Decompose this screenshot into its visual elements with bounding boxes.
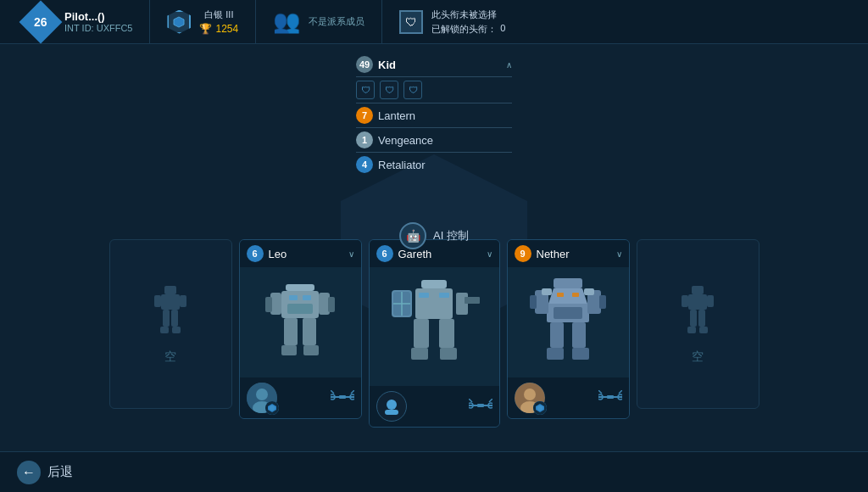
- chevron-up-kid: ∧: [506, 60, 512, 70]
- svg-line-32: [331, 390, 334, 394]
- svg-line-55: [469, 399, 472, 402]
- player-item-lantern[interactable]: 7 Lantern: [349, 103, 519, 127]
- leo-chevron: ∨: [348, 249, 354, 259]
- nether-chevron: ∨: [616, 249, 622, 259]
- leo-name: Leo: [269, 248, 343, 260]
- svg-rect-72: [584, 288, 594, 295]
- svg-rect-71: [542, 288, 552, 295]
- player-name-lantern: Lantern: [378, 109, 512, 122]
- kid-icon-1: 🛡: [356, 81, 375, 99]
- empty-card-left: 空: [109, 239, 232, 409]
- leo-badge: 6: [247, 245, 264, 262]
- leo-img-area: [240, 267, 361, 377]
- shield-unlocked-row: 已解锁的头衔： 0: [431, 23, 505, 36]
- nether-robot-svg: [521, 271, 615, 373]
- leo-drone-icon: [331, 389, 354, 408]
- svg-marker-58: [548, 288, 587, 304]
- svg-rect-91: [687, 327, 696, 333]
- svg-rect-1: [164, 286, 176, 294]
- robot-card-gareth[interactable]: 6 Gareth ∨: [369, 239, 500, 428]
- player-name-retaliator: Retaliator: [378, 159, 512, 171]
- gareth-robot-svg: [383, 271, 485, 382]
- leo-footer: 10: [240, 377, 361, 418]
- svg-rect-78: [607, 395, 614, 399]
- svg-rect-89: [690, 310, 697, 327]
- shield-icon: 🛡: [399, 10, 423, 34]
- svg-rect-13: [284, 318, 298, 345]
- nether-drone-icon: [598, 389, 622, 408]
- ai-label: AI 控制: [433, 228, 469, 243]
- leo-avatar-wrap: 10: [247, 383, 277, 413]
- svg-rect-69: [572, 293, 579, 297]
- svg-rect-85: [692, 286, 704, 294]
- svg-rect-92: [699, 327, 708, 333]
- svg-rect-87: [682, 295, 688, 307]
- robot-card-leo[interactable]: 6 Leo ∨: [239, 239, 362, 419]
- trophy-row: 🏆 1254: [199, 23, 238, 35]
- svg-rect-63: [572, 322, 586, 348]
- player-item-kid[interactable]: 49 Kid ∧: [349, 53, 519, 76]
- level-number: 26: [34, 14, 47, 28]
- empty-card-right: 空: [637, 239, 760, 409]
- svg-rect-66: [530, 295, 537, 309]
- robot-card-nether[interactable]: 9 Nether ∨: [507, 239, 630, 419]
- svg-rect-43: [439, 319, 454, 348]
- player-name-vengeance: Vengeance: [378, 134, 512, 147]
- svg-rect-17: [265, 297, 272, 312]
- svg-rect-48: [387, 400, 397, 410]
- svg-rect-16: [303, 345, 319, 355]
- kid-icon-3: 🛡: [403, 81, 422, 99]
- svg-rect-27: [339, 395, 346, 399]
- clan-segment: 👥 不是派系成员: [256, 0, 382, 43]
- empty-robot-icon-left: [149, 284, 192, 343]
- pilot-info: Pilot...() INT ID: UXFFC5: [64, 10, 132, 33]
- svg-rect-41: [465, 297, 480, 304]
- shield-info: 此头衔未被选择 已解锁的头衔： 0: [431, 8, 505, 36]
- svg-rect-15: [281, 345, 297, 355]
- svg-rect-21: [287, 304, 313, 314]
- nether-avatar-wrap: 10: [515, 383, 545, 413]
- pilot-id: INT ID: UXFFC5: [64, 23, 132, 33]
- player-item-vengeance[interactable]: 1 Vengeance: [349, 128, 519, 152]
- gareth-img-area: [370, 267, 499, 386]
- back-button[interactable]: ← 后退: [17, 461, 73, 484]
- nether-badge: 9: [515, 245, 531, 262]
- player-num-lantern: 7: [356, 107, 373, 124]
- svg-rect-86: [688, 294, 707, 310]
- svg-rect-44: [411, 348, 428, 360]
- kid-icon-2: 🛡: [380, 81, 398, 99]
- player-item-retaliator[interactable]: 4 Retaliator: [349, 153, 519, 176]
- rank-info: 白银 III 🏆 1254: [199, 8, 238, 35]
- player-num-vengeance: 1: [356, 131, 373, 148]
- player-name-kid: Kid: [378, 59, 501, 71]
- clan-icon: 👥: [273, 8, 300, 35]
- top-bar: 26 Pilot...() INT ID: UXFFC5 白银 III 🏆 12…: [0, 0, 868, 44]
- gareth-footer: [370, 386, 499, 427]
- main-area: 49 Kid ∧ 🛡 🛡 🛡 7 Lantern 1 Vengeance 4 R…: [0, 44, 868, 451]
- svg-rect-57: [554, 278, 582, 288]
- svg-rect-18: [328, 297, 335, 312]
- trophy-count: 1254: [215, 23, 238, 35]
- clan-text: 不是派系成员: [309, 15, 364, 28]
- nether-img-area: [508, 267, 629, 377]
- gareth-avatar: [376, 391, 407, 422]
- rank-segment: 白银 III 🏆 1254: [150, 0, 256, 43]
- trophy-icon: 🏆: [199, 23, 212, 35]
- nether-footer: 10: [508, 377, 629, 418]
- svg-rect-7: [160, 327, 169, 333]
- svg-rect-47: [439, 293, 449, 298]
- nether-card-header: 9 Nether ∨: [508, 240, 629, 267]
- gareth-chevron: ∨: [487, 249, 492, 259]
- svg-rect-14: [303, 318, 316, 345]
- svg-rect-19: [289, 295, 298, 300]
- bottom-bar: ← 后退: [0, 451, 868, 492]
- shield-label: 此头衔未被选择: [431, 8, 497, 21]
- svg-rect-42: [414, 319, 429, 348]
- svg-rect-46: [419, 293, 429, 298]
- back-arrow-icon: ←: [17, 461, 41, 484]
- rank-icon: [167, 10, 191, 34]
- svg-rect-4: [180, 295, 186, 307]
- empty-robot-icon-right: [676, 284, 719, 343]
- ai-control: 🤖 AI 控制: [399, 222, 469, 249]
- svg-rect-88: [707, 295, 714, 307]
